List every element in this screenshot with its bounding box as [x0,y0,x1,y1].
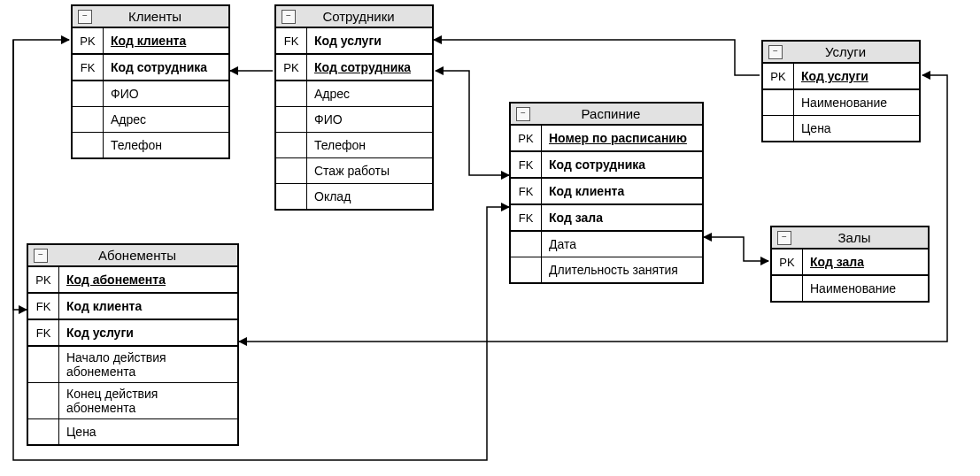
entity-services: − Услуги PKКод услугиНаименованиеЦена [761,40,921,142]
key-type-cell [276,158,307,183]
key-type-cell: FK [28,320,59,345]
attribute-label: Код услуги [66,326,134,340]
attribute-label: Код зала [549,211,603,225]
entity-row: PKНомер по расписанию [511,126,702,152]
entity-row: Конец действия абонемента [28,383,237,419]
attribute-cell: Адрес [307,81,432,106]
attribute-cell: Длительность занятия [542,257,702,282]
key-type-cell: PK [511,126,542,150]
attribute-cell: Код сотрудника [307,55,432,80]
attribute-cell: Код клиента [542,179,702,203]
entity-row: FKКод клиента [28,294,237,320]
attribute-cell: Оклад [307,184,432,209]
attribute-label: Наименование [810,281,896,296]
attribute-label: Цена [801,121,831,135]
entity-clients: − Клиенты PKКод клиентаFKКод сотрудникаФ… [71,4,230,159]
entity-row: FKКод услуги [276,28,432,55]
key-type-cell: PK [772,250,803,274]
key-type-cell [276,81,307,106]
entity-row: Начало действия абонемента [28,347,237,383]
entity-row: Адрес [73,107,228,133]
key-type-cell: FK [28,294,59,319]
attribute-label: Код клиента [111,34,186,48]
entity-row: FKКод сотрудника [511,152,702,179]
entity-row: Цена [28,419,237,444]
attribute-cell: Код сотрудника [542,152,702,177]
entity-header: − Клиенты [73,6,228,28]
entity-row: Стаж работы [276,158,432,184]
key-type-cell [73,133,104,157]
key-type-cell [276,133,307,157]
entity-header: − Залы [772,227,928,250]
attribute-label: Код услуги [801,69,868,83]
entity-row: PKКод абонемента [28,267,237,294]
entity-row: PKКод зала [772,250,928,276]
entity-title: Сотрудники [303,9,427,24]
collapse-icon[interactable]: − [777,231,791,245]
entity-row: Наименование [772,276,928,301]
attribute-cell: Код услуги [59,320,237,345]
entity-header: − Услуги [763,42,919,64]
attribute-label: Код абонемента [66,273,166,287]
key-type-cell: FK [511,205,542,230]
key-type-cell [763,90,794,115]
entity-row: Оклад [276,184,432,209]
attribute-label: Стаж работы [314,164,390,178]
attribute-label: Телефон [111,138,162,152]
key-type-cell [73,107,104,132]
key-type-cell [276,107,307,132]
attribute-cell: Код зала [803,250,928,274]
attribute-label: Код услуги [314,34,382,48]
attribute-label: Код зала [810,255,864,269]
entity-row: ФИО [276,107,432,133]
entity-schedule: − Распиние PKНомер по расписаниюFKКод со… [509,102,704,284]
attribute-cell: Цена [59,419,237,444]
attribute-label: Оклад [314,189,351,203]
key-type-cell: FK [276,28,307,53]
entity-row: Наименование [763,90,919,116]
key-type-cell: FK [73,55,104,80]
entity-row: FKКод услуги [28,320,237,347]
attribute-cell: Код клиента [59,294,237,319]
entity-row: PKКод клиента [73,28,228,55]
attribute-cell: Код сотрудника [104,55,228,80]
attribute-cell: Конец действия абонемента [59,383,237,418]
collapse-icon[interactable]: − [282,10,296,24]
collapse-icon[interactable]: − [78,10,92,24]
attribute-label: Адрес [111,112,146,127]
attribute-label: Код клиента [66,299,142,313]
entity-row: FKКод зала [511,205,702,232]
attribute-cell: Наименование [803,276,928,301]
attribute-label: Цена [66,425,96,439]
attribute-label: Код клиента [549,184,624,198]
entity-row: Дата [511,232,702,257]
entity-row: PKКод услуги [763,64,919,90]
key-type-cell [772,276,803,301]
key-type-cell [511,257,542,282]
attribute-label: ФИО [111,87,139,101]
key-type-cell [511,232,542,257]
key-type-cell [28,383,59,418]
key-type-cell: PK [763,64,794,88]
attribute-label: Код сотрудника [549,157,645,172]
attribute-cell: ФИО [104,81,228,106]
collapse-icon[interactable]: − [768,45,783,59]
entity-row: PKКод сотрудника [276,55,432,81]
entity-row: FKКод сотрудника [73,55,228,81]
attribute-cell: Телефон [307,133,432,157]
key-type-cell: PK [28,267,59,292]
collapse-icon[interactable]: − [516,107,530,121]
attribute-label: Телефон [314,138,366,152]
attribute-cell: Код абонемента [59,267,237,292]
attribute-cell: Цена [794,116,919,141]
entity-title: Абонементы [55,248,232,263]
entity-halls: − Залы PKКод залаНаименование [770,226,930,303]
attribute-cell: Начало действия абонемента [59,347,237,382]
attribute-label: Начало действия абонемента [66,350,230,379]
entity-row: Цена [763,116,919,141]
collapse-icon[interactable]: − [34,249,48,263]
attribute-cell: Код услуги [307,28,432,53]
attribute-cell: ФИО [307,107,432,132]
attribute-label: Код сотрудника [314,60,411,74]
entity-row: ФИО [73,81,228,107]
